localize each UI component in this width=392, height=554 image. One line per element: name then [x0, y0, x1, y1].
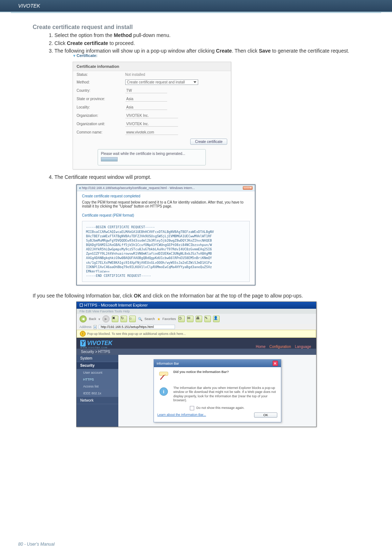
dont-show-checkbox[interactable] — [190, 406, 194, 410]
information-bar-dialog: Information Bar ✕ Did you notice the Inf… — [154, 359, 281, 422]
info-bubble-icon: i — [158, 386, 170, 398]
step-4: The Certificate request window will prom… — [54, 174, 359, 181]
ie-toolbar: ◄ Back ▾ ► ✖ ↻ ⌂ 🔍Search ★Favorites ◷ ✉ … — [77, 314, 316, 324]
info-t1: If you see the following Information bar… — [33, 293, 134, 299]
chevron-down-icon — [193, 81, 196, 83]
window-buttons[interactable]: — □ ✕ — [243, 186, 253, 190]
sidebar-item-security[interactable]: Security — [77, 362, 118, 369]
vivotek-header: YVIVOTEK WWW.VIVOTEK.COM Home Configurat… — [77, 338, 316, 349]
sidebar-item-system[interactable]: System — [77, 355, 118, 362]
infobar-text: Pop-up blocked. To see this pop-up or ad… — [87, 332, 186, 336]
sidebar-item-https[interactable]: HTTPS — [77, 376, 118, 383]
search-icon[interactable]: 🔍 — [138, 317, 142, 321]
header-brand: VIVOTEK — [0, 0, 392, 12]
back-label[interactable]: Back — [89, 317, 96, 321]
fav-label[interactable]: Favorites — [163, 317, 176, 321]
dialog-body: The Information Bar alerts you when Inte… — [173, 386, 277, 402]
sidebar-item-ieee[interactable]: IEEE 802.1x — [77, 390, 118, 397]
address-label: Address — [79, 325, 91, 329]
method-value: Create certificate request and install — [127, 80, 185, 84]
country-field[interactable] — [125, 88, 167, 93]
vivotek-logo-sub: WWW.VIVOTEK.COM — [80, 346, 113, 349]
cert-request-window: e http://192.168.4.188/setup/security/ce… — [76, 184, 256, 286]
info-t2: and click on the Information bar at the … — [142, 293, 303, 299]
orgunit-label: Organization unit: — [73, 120, 122, 128]
locality-field[interactable] — [125, 104, 167, 110]
sidebar-item-network[interactable]: Network — [77, 397, 118, 404]
forward-icon[interactable]: ► — [102, 315, 110, 323]
home-link[interactable]: Home — [256, 345, 266, 349]
orgunit-field[interactable] — [125, 121, 178, 127]
step-1: Select the option from the Method pull-d… — [54, 32, 359, 39]
config-link[interactable]: Configuration — [269, 345, 291, 349]
status-value: Not installed — [122, 71, 231, 78]
learn-link[interactable]: Learn about the Information Bar... — [158, 413, 206, 417]
favorites-icon[interactable]: ★ — [157, 317, 160, 321]
cn-field[interactable] — [125, 130, 178, 135]
sidebar-item-user[interactable]: User account — [77, 369, 118, 376]
breadcrumb: Security > HTTPS — [77, 349, 316, 355]
mail-icon[interactable]: ✉ — [187, 316, 193, 322]
dont-show-label: Do not show this message again. — [196, 406, 245, 410]
create-certificate-button[interactable]: Create certificate — [190, 139, 227, 145]
method-select[interactable]: Create certificate request and install — [125, 79, 199, 85]
org-label: Organization: — [73, 111, 122, 120]
state-field[interactable] — [125, 96, 167, 102]
ie-window: ☐ HTTPS - Microsoft Internet Explorer Fi… — [76, 301, 317, 427]
svg-rect-0 — [159, 372, 168, 376]
locality-label: Locality: — [73, 103, 122, 111]
close-icon[interactable]: ✕ — [273, 361, 278, 366]
step3-bold1: Create — [216, 48, 232, 54]
step3-bold2: Save — [259, 48, 271, 54]
messenger-icon[interactable]: 👤 — [213, 316, 220, 322]
info-paragraph: If you see the following Information bar… — [33, 293, 359, 299]
generating-msg-box: Please wait while the certificate is bei… — [98, 149, 206, 165]
certificate-info-panel: Certificate information Status:Not insta… — [73, 62, 231, 169]
info-ok-bold: OK — [134, 293, 142, 299]
warning-icon: ! — [80, 331, 86, 337]
refresh-icon[interactable]: ↻ — [121, 316, 127, 322]
edit-icon[interactable]: ✎ — [204, 316, 211, 322]
step-3: The following information will show up i… — [54, 48, 359, 55]
pem-content[interactable]: -----BEGIN CERTIFICATE REQUEST-----MIIBs… — [82, 221, 250, 282]
back-icon[interactable]: ◄ — [79, 315, 87, 323]
info-arrow-icon — [158, 370, 170, 382]
cert-legend: Certificate information — [73, 62, 231, 71]
method-label: Method: — [73, 78, 122, 86]
cn-label: Common name: — [73, 128, 122, 136]
ie-information-bar[interactable]: ! Pop-up blocked. To see this pop-up or … — [77, 330, 316, 338]
print-icon[interactable]: 🖶 — [196, 316, 202, 322]
prompt-desc: Copy the PEM format request below and se… — [82, 200, 250, 208]
step1-bold: Method — [114, 32, 132, 38]
state-label: State or province: — [73, 95, 122, 103]
search-label[interactable]: Search — [144, 317, 155, 321]
country-label: Country: — [73, 86, 122, 95]
status-label: Status: — [73, 71, 122, 78]
lang-link[interactable]: Language — [295, 345, 311, 349]
sidebar: System Security User account HTTPS Acces… — [77, 355, 118, 427]
org-field[interactable] — [125, 113, 178, 118]
home-icon[interactable]: ⌂ — [129, 316, 136, 322]
step-2: Click Create certificate to proceed. — [54, 40, 359, 47]
step2-bold: Create certificate — [67, 40, 108, 46]
vivotek-logo: VIVOTEK — [87, 340, 113, 346]
prompt-title: Create certificate request completed — [82, 194, 250, 198]
svg-text:i: i — [163, 389, 164, 394]
dialog-title: Information Bar — [157, 362, 179, 365]
progress-bar — [101, 157, 118, 161]
prompt-url: http://192.168.4.188/setup/security/cert… — [82, 186, 195, 190]
generating-msg: Please wait while the certificate is bei… — [101, 152, 185, 156]
history-icon[interactable]: ◷ — [178, 316, 185, 322]
pem-label: Certificate request (PEM format) — [82, 213, 250, 217]
dialog-question: Did you notice the Information Bar? — [173, 370, 229, 382]
section-title: Create certificate request and install — [33, 24, 359, 30]
ie-page-icon: e — [94, 325, 97, 329]
address-field[interactable] — [99, 325, 175, 329]
stop-icon[interactable]: ✖ — [112, 316, 118, 322]
sidebar-item-access[interactable]: Access list — [77, 383, 118, 390]
page-footer: 80 - User's Manual — [18, 542, 54, 547]
instruction-list: Select the option from the Method pull-d… — [40, 32, 359, 55]
ie-menu[interactable]: File Edit View Favorites Tools Help — [77, 309, 316, 314]
cert-dropdown-label[interactable]: Certificate: — [77, 53, 97, 58]
ok-button[interactable]: OK — [254, 413, 277, 418]
